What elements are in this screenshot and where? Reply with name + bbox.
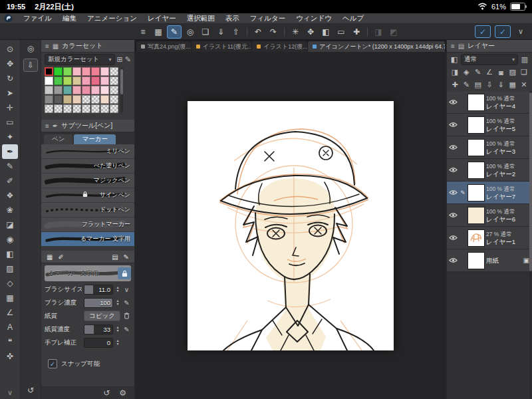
canvas[interactable] bbox=[188, 101, 394, 350]
app-logo-icon[interactable] bbox=[4, 14, 13, 23]
layer-row-6[interactable]: 27 % 通常レイヤー1 bbox=[447, 227, 532, 249]
edit-color-set-icon[interactable]: ✎ bbox=[125, 55, 131, 64]
color-swatch-11[interactable] bbox=[72, 76, 81, 85]
menu-item-7[interactable]: ウィンドウ bbox=[291, 14, 337, 23]
delete-texture-icon[interactable] bbox=[122, 312, 131, 321]
layer-thumbnail[interactable] bbox=[467, 252, 485, 269]
layer-row-5[interactable]: 100 % 通常レイヤー6 bbox=[447, 204, 532, 227]
menu-item-2[interactable]: アニメーション bbox=[82, 14, 142, 23]
color-swatch-33[interactable] bbox=[54, 104, 63, 113]
color-swatch-38[interactable] bbox=[100, 104, 109, 113]
history-icon[interactable]: ↺ bbox=[24, 384, 37, 396]
color-swatch-7[interactable] bbox=[110, 67, 118, 76]
color-swatch-27[interactable] bbox=[72, 95, 81, 104]
color-swatch-3[interactable] bbox=[72, 67, 81, 76]
eyedropper-tool[interactable]: ✜ bbox=[2, 349, 18, 364]
pen-pressure-icon[interactable]: ✎ bbox=[122, 326, 131, 333]
color-swatch-31[interactable] bbox=[110, 95, 118, 104]
brush-item-4[interactable]: ドットペン bbox=[41, 203, 134, 217]
zoom-tool[interactable]: ⊙ bbox=[2, 42, 18, 57]
export-button[interactable]: ⇧ bbox=[229, 26, 243, 38]
import-button[interactable]: ⇩ bbox=[23, 59, 38, 72]
delete-layer-icon[interactable]: ✕ bbox=[519, 80, 529, 89]
lock-layer-icon[interactable]: ◙ bbox=[496, 68, 505, 76]
color-swatch-20[interactable] bbox=[82, 86, 90, 94]
window-layout-button[interactable]: ▦ bbox=[152, 26, 165, 38]
menu-item-1[interactable]: 編集 bbox=[57, 14, 82, 23]
subtool-tab-0[interactable]: ペン bbox=[44, 134, 72, 144]
pen-mode-button[interactable]: ✎ bbox=[167, 25, 182, 39]
palette-color-icon[interactable]: ◧ bbox=[450, 55, 459, 64]
color-set-dropdown[interactable]: 新規カラーセット ▾ bbox=[45, 54, 115, 65]
grid-icon[interactable]: ▦ bbox=[47, 253, 53, 261]
new-vector-layer-icon[interactable]: ✎ bbox=[462, 80, 471, 89]
transform-button[interactable]: ✥ bbox=[304, 26, 317, 38]
color-swatch-5[interactable] bbox=[91, 67, 100, 76]
select-frame-button[interactable]: ▭ bbox=[334, 26, 348, 38]
subview-button[interactable]: ◎ bbox=[184, 26, 197, 38]
opacity-icon[interactable]: ▥ bbox=[520, 55, 529, 64]
property-slider[interactable]: 11.0 bbox=[84, 285, 113, 295]
document-tab-0[interactable]: 写真24.png(復... bbox=[136, 41, 191, 52]
document-tab-2[interactable]: イラスト12(復... bbox=[252, 41, 307, 52]
layer-property-icon[interactable]: ▦ bbox=[508, 80, 517, 89]
layer-thumbnail[interactable] bbox=[467, 229, 485, 247]
decoration-tool[interactable]: ❀ bbox=[2, 203, 18, 217]
panel-list-icon[interactable]: ▤ bbox=[112, 253, 118, 261]
color-swatch-37[interactable] bbox=[91, 104, 100, 113]
pen-pressure-icon[interactable]: ✎ bbox=[122, 299, 131, 307]
layer-row-2[interactable]: 100 % 通常レイヤー3 bbox=[447, 136, 532, 159]
layer-visibility-toggle[interactable] bbox=[448, 122, 458, 128]
layer-visibility-toggle[interactable] bbox=[448, 235, 458, 241]
gradient-tool[interactable]: ▨ bbox=[2, 261, 18, 276]
layer-row-3[interactable]: 100 % 通常レイヤー2 bbox=[447, 159, 532, 182]
layer-row-0[interactable]: 100 % 通常レイヤー4 bbox=[447, 91, 532, 114]
brush-preview-icon[interactable]: ✐ bbox=[58, 253, 63, 261]
add-button[interactable]: ✚ bbox=[350, 26, 363, 38]
figure-tool[interactable]: ◇ bbox=[2, 276, 18, 291]
color-swatch-12[interactable] bbox=[82, 76, 90, 85]
toolbar-collapse-icon[interactable]: ∨ bbox=[515, 27, 527, 36]
operation-tool[interactable]: ➤ bbox=[2, 86, 18, 100]
color-swatch-15[interactable] bbox=[110, 76, 118, 85]
color-swatch-25[interactable] bbox=[54, 95, 63, 104]
toolbar-more-icon[interactable]: ∨ bbox=[7, 388, 13, 397]
layer-thumbnail[interactable] bbox=[467, 184, 485, 201]
color-swatch-8[interactable] bbox=[45, 76, 53, 85]
panel-menu-icon[interactable]: ≡ bbox=[451, 43, 455, 50]
brush-item-5[interactable]: フラットマーカー bbox=[41, 217, 134, 232]
color-swatch-4[interactable] bbox=[82, 67, 90, 76]
panel-menu-icon[interactable]: ≡ bbox=[45, 43, 49, 50]
layer-row-1[interactable]: 100 % 通常レイヤー5 bbox=[447, 114, 532, 136]
layer-row-7[interactable]: 用紙▣ bbox=[447, 249, 532, 272]
color-swatch-34[interactable] bbox=[63, 104, 72, 113]
color-swatch-23[interactable] bbox=[110, 86, 118, 94]
new-raster-layer-icon[interactable]: ✚ bbox=[450, 80, 460, 89]
main-menu-button[interactable]: ≡ bbox=[136, 26, 150, 38]
value-stepper[interactable]: ▴▾ bbox=[115, 326, 120, 332]
new-canvas-button[interactable]: ❏ bbox=[199, 26, 212, 38]
color-swatch-22[interactable] bbox=[100, 86, 109, 94]
eraser-tool[interactable]: ◪ bbox=[2, 217, 18, 232]
menu-item-8[interactable]: ヘルプ bbox=[337, 14, 369, 23]
property-slider[interactable]: 100 bbox=[84, 298, 113, 308]
reference-layer-icon[interactable]: ◈ bbox=[462, 68, 471, 76]
text-tool[interactable]: A bbox=[2, 320, 18, 334]
color-swatch-2[interactable] bbox=[63, 67, 72, 76]
auto-select-tool[interactable]: ✦ bbox=[2, 130, 18, 144]
color-swatch-24[interactable] bbox=[45, 95, 53, 104]
lock-button[interactable] bbox=[118, 267, 131, 279]
layer-visibility-toggle[interactable] bbox=[448, 257, 458, 263]
color-swatch-19[interactable] bbox=[72, 86, 81, 94]
rotate-canvas-tool[interactable]: ↻ bbox=[2, 71, 18, 86]
hand-tool[interactable]: ✥ bbox=[2, 57, 18, 71]
airbrush-tool[interactable]: ❖ bbox=[2, 188, 18, 203]
dropdown-icon[interactable]: ∨ bbox=[122, 286, 131, 293]
color-swatch-6[interactable] bbox=[100, 67, 109, 76]
fill-tool[interactable]: ◧ bbox=[2, 247, 18, 261]
menu-item-0[interactable]: ファイル bbox=[18, 14, 57, 23]
brush-item-2[interactable]: マジックペン bbox=[41, 174, 134, 188]
color-swatch-21[interactable] bbox=[91, 86, 100, 94]
color-swatch-14[interactable] bbox=[100, 76, 109, 85]
document-tab-1[interactable]: イラスト11(復元... bbox=[192, 41, 252, 52]
